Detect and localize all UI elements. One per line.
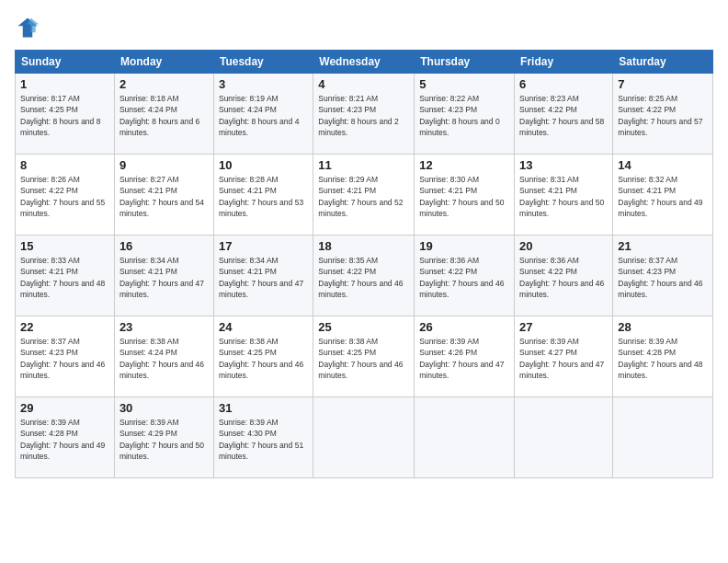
day-number: 1 <box>20 77 109 91</box>
calendar-cell: 25 Sunrise: 8:38 AMSunset: 4:25 PMDaylig… <box>313 316 415 397</box>
weekday-header-friday: Friday <box>515 51 613 74</box>
calendar-cell: 6 Sunrise: 8:23 AMSunset: 4:22 PMDayligh… <box>515 74 613 155</box>
page: SundayMondayTuesdayWednesdayThursdayFrid… <box>0 0 728 563</box>
day-info: Sunrise: 8:39 AMSunset: 4:29 PMDaylight:… <box>119 417 209 462</box>
day-info: Sunrise: 8:34 AMSunset: 4:21 PMDaylight:… <box>119 255 209 300</box>
day-info: Sunrise: 8:30 AMSunset: 4:21 PMDaylight:… <box>419 174 509 219</box>
calendar-cell: 19 Sunrise: 8:36 AMSunset: 4:22 PMDaylig… <box>415 236 515 316</box>
day-number: 14 <box>618 158 708 172</box>
day-info: Sunrise: 8:39 AMSunset: 4:30 PMDaylight:… <box>219 417 308 462</box>
calendar-cell: 7 Sunrise: 8:25 AMSunset: 4:22 PMDayligh… <box>613 74 713 155</box>
calendar-table: SundayMondayTuesdayWednesdayThursdayFrid… <box>15 50 713 478</box>
day-info: Sunrise: 8:39 AMSunset: 4:26 PMDaylight:… <box>419 336 509 381</box>
week-row-5: 29 Sunrise: 8:39 AMSunset: 4:28 PMDaylig… <box>16 397 713 478</box>
day-info: Sunrise: 8:23 AMSunset: 4:22 PMDaylight:… <box>519 93 608 138</box>
day-number: 16 <box>119 239 209 253</box>
day-number: 24 <box>219 320 308 334</box>
day-info: Sunrise: 8:26 AMSunset: 4:22 PMDaylight:… <box>20 174 109 219</box>
day-number: 11 <box>318 158 409 172</box>
day-info: Sunrise: 8:32 AMSunset: 4:21 PMDaylight:… <box>618 174 708 219</box>
calendar-cell: 4 Sunrise: 8:21 AMSunset: 4:23 PMDayligh… <box>313 74 415 155</box>
weekday-header-row: SundayMondayTuesdayWednesdayThursdayFrid… <box>16 51 713 74</box>
day-number: 29 <box>20 401 109 415</box>
day-number: 30 <box>119 401 209 415</box>
day-info: Sunrise: 8:33 AMSunset: 4:21 PMDaylight:… <box>20 255 109 300</box>
calendar-cell <box>313 397 415 478</box>
day-number: 17 <box>219 239 308 253</box>
calendar-cell <box>515 397 613 478</box>
day-number: 13 <box>519 158 608 172</box>
calendar-cell: 17 Sunrise: 8:34 AMSunset: 4:21 PMDaylig… <box>213 236 313 316</box>
calendar-cell: 2 Sunrise: 8:18 AMSunset: 4:24 PMDayligh… <box>114 74 213 155</box>
calendar-cell: 16 Sunrise: 8:34 AMSunset: 4:21 PMDaylig… <box>114 236 213 316</box>
calendar-cell: 10 Sunrise: 8:28 AMSunset: 4:21 PMDaylig… <box>213 155 313 236</box>
calendar-cell: 28 Sunrise: 8:39 AMSunset: 4:28 PMDaylig… <box>613 316 713 397</box>
calendar-cell: 31 Sunrise: 8:39 AMSunset: 4:30 PMDaylig… <box>213 397 313 478</box>
day-info: Sunrise: 8:36 AMSunset: 4:22 PMDaylight:… <box>519 255 608 300</box>
calendar-cell: 5 Sunrise: 8:22 AMSunset: 4:23 PMDayligh… <box>415 74 515 155</box>
calendar-cell: 12 Sunrise: 8:30 AMSunset: 4:21 PMDaylig… <box>415 155 515 236</box>
day-number: 19 <box>419 239 509 253</box>
day-info: Sunrise: 8:34 AMSunset: 4:21 PMDaylight:… <box>219 255 308 300</box>
day-info: Sunrise: 8:28 AMSunset: 4:21 PMDaylight:… <box>219 174 308 219</box>
calendar-cell: 22 Sunrise: 8:37 AMSunset: 4:23 PMDaylig… <box>16 316 115 397</box>
day-number: 28 <box>618 320 708 334</box>
weekday-header-thursday: Thursday <box>415 51 515 74</box>
day-info: Sunrise: 8:37 AMSunset: 4:23 PMDaylight:… <box>20 336 109 381</box>
day-number: 27 <box>519 320 608 334</box>
week-row-2: 8 Sunrise: 8:26 AMSunset: 4:22 PMDayligh… <box>16 155 713 236</box>
day-info: Sunrise: 8:27 AMSunset: 4:21 PMDaylight:… <box>119 174 209 219</box>
weekday-header-sunday: Sunday <box>16 51 115 74</box>
day-number: 10 <box>219 158 308 172</box>
day-info: Sunrise: 8:25 AMSunset: 4:22 PMDaylight:… <box>618 93 708 138</box>
day-info: Sunrise: 8:38 AMSunset: 4:24 PMDaylight:… <box>119 336 209 381</box>
day-info: Sunrise: 8:39 AMSunset: 4:27 PMDaylight:… <box>519 336 608 381</box>
day-number: 12 <box>419 158 509 172</box>
day-info: Sunrise: 8:21 AMSunset: 4:23 PMDaylight:… <box>318 93 409 138</box>
calendar-cell: 23 Sunrise: 8:38 AMSunset: 4:24 PMDaylig… <box>114 316 213 397</box>
weekday-header-saturday: Saturday <box>613 51 713 74</box>
day-number: 3 <box>219 77 308 91</box>
calendar-cell: 27 Sunrise: 8:39 AMSunset: 4:27 PMDaylig… <box>515 316 613 397</box>
day-info: Sunrise: 8:36 AMSunset: 4:22 PMDaylight:… <box>419 255 509 300</box>
day-number: 22 <box>20 320 109 334</box>
day-info: Sunrise: 8:39 AMSunset: 4:28 PMDaylight:… <box>20 417 109 462</box>
day-number: 2 <box>119 77 209 91</box>
weekday-header-monday: Monday <box>114 51 213 74</box>
calendar-cell: 29 Sunrise: 8:39 AMSunset: 4:28 PMDaylig… <box>16 397 115 478</box>
calendar-cell: 13 Sunrise: 8:31 AMSunset: 4:21 PMDaylig… <box>515 155 613 236</box>
day-info: Sunrise: 8:39 AMSunset: 4:28 PMDaylight:… <box>618 336 708 381</box>
day-number: 7 <box>618 77 708 91</box>
calendar-cell: 21 Sunrise: 8:37 AMSunset: 4:23 PMDaylig… <box>613 236 713 316</box>
logo-icon <box>15 15 40 40</box>
calendar-cell: 18 Sunrise: 8:35 AMSunset: 4:22 PMDaylig… <box>313 236 415 316</box>
calendar-cell: 15 Sunrise: 8:33 AMSunset: 4:21 PMDaylig… <box>16 236 115 316</box>
week-row-4: 22 Sunrise: 8:37 AMSunset: 4:23 PMDaylig… <box>16 316 713 397</box>
calendar-cell: 14 Sunrise: 8:32 AMSunset: 4:21 PMDaylig… <box>613 155 713 236</box>
day-number: 21 <box>618 239 708 253</box>
day-info: Sunrise: 8:19 AMSunset: 4:24 PMDaylight:… <box>219 93 308 138</box>
weekday-header-tuesday: Tuesday <box>213 51 313 74</box>
header <box>15 15 713 40</box>
day-number: 26 <box>419 320 509 334</box>
calendar-cell: 3 Sunrise: 8:19 AMSunset: 4:24 PMDayligh… <box>213 74 313 155</box>
calendar-cell: 20 Sunrise: 8:36 AMSunset: 4:22 PMDaylig… <box>515 236 613 316</box>
day-info: Sunrise: 8:37 AMSunset: 4:23 PMDaylight:… <box>618 255 708 300</box>
calendar-cell <box>415 397 515 478</box>
day-info: Sunrise: 8:18 AMSunset: 4:24 PMDaylight:… <box>119 93 209 138</box>
calendar-cell: 9 Sunrise: 8:27 AMSunset: 4:21 PMDayligh… <box>114 155 213 236</box>
week-row-3: 15 Sunrise: 8:33 AMSunset: 4:21 PMDaylig… <box>16 236 713 316</box>
day-number: 8 <box>20 158 109 172</box>
day-number: 23 <box>119 320 209 334</box>
day-info: Sunrise: 8:35 AMSunset: 4:22 PMDaylight:… <box>318 255 409 300</box>
day-number: 15 <box>20 239 109 253</box>
day-number: 18 <box>318 239 409 253</box>
day-number: 6 <box>519 77 608 91</box>
calendar-cell: 26 Sunrise: 8:39 AMSunset: 4:26 PMDaylig… <box>415 316 515 397</box>
day-number: 5 <box>419 77 509 91</box>
day-info: Sunrise: 8:31 AMSunset: 4:21 PMDaylight:… <box>519 174 608 219</box>
calendar-cell: 30 Sunrise: 8:39 AMSunset: 4:29 PMDaylig… <box>114 397 213 478</box>
day-number: 4 <box>318 77 409 91</box>
day-number: 25 <box>318 320 409 334</box>
calendar-cell: 8 Sunrise: 8:26 AMSunset: 4:22 PMDayligh… <box>16 155 115 236</box>
